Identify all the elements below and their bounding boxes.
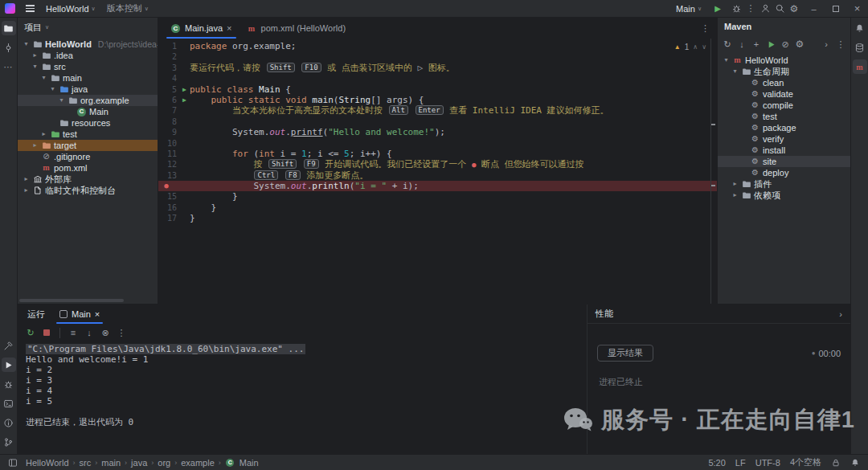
caret-position[interactable]: 5:20	[708, 458, 725, 468]
settings-icon[interactable]: ⚙	[793, 38, 806, 51]
project-icon[interactable]	[2, 21, 16, 35]
code-line[interactable]: 13 Ctrl F8 添加更多断点。	[158, 170, 717, 181]
run-button[interactable]: ▶	[708, 1, 727, 17]
maven-tree-item[interactable]: ⚙test	[718, 111, 850, 122]
debug-icon[interactable]	[2, 377, 16, 391]
code-line[interactable]: 7 当文本光标位于高亮显示的文本处时按 Alt Enter 查看 Intelli…	[158, 105, 717, 116]
chevron-down-icon[interactable]: ∨	[45, 24, 49, 31]
breadcrumb-item[interactable]: HelloWorld	[26, 458, 69, 468]
code-line[interactable]: 5▶public class Main {	[158, 84, 717, 95]
chevron-icon[interactable]: ›	[820, 38, 833, 51]
code-line-breakpoint[interactable]: ● System.out.println("i = " + i);	[158, 181, 717, 191]
settings-icon[interactable]: ⚙	[787, 2, 801, 16]
project-tree-item[interactable]: ▸target	[18, 140, 158, 151]
chevron-closed-icon[interactable]: ▸	[731, 178, 739, 190]
maven-tree-item[interactable]: ⚙install	[718, 145, 850, 156]
breadcrumb-item[interactable]: org	[158, 458, 170, 468]
breadcrumb-item[interactable]: example	[181, 458, 215, 468]
maven-tree-item[interactable]: ▾生命周期	[718, 66, 850, 77]
project-tree-item[interactable]: ▾main	[18, 72, 158, 84]
code-line[interactable]: 1package org.example;	[158, 41, 717, 51]
kebab-icon[interactable]: ⋮	[743, 2, 758, 16]
scroll-to-end-icon[interactable]: ↓	[83, 326, 96, 339]
code-line[interactable]: 11 for (int i = 1; i <= 5; i++) {	[158, 149, 717, 159]
code-line[interactable]: 15 }	[158, 191, 717, 202]
project-tree-item[interactable]: mpom.xml	[18, 162, 158, 174]
run-icon[interactable]	[2, 358, 16, 372]
project-tree-item[interactable]: ⊘.gitignore	[18, 151, 158, 162]
chevron-open-icon[interactable]: ▾	[58, 95, 65, 106]
chevron-open-icon[interactable]: ▾	[23, 39, 30, 50]
stop-icon[interactable]	[40, 326, 53, 339]
maven-tree-item[interactable]: ⚙site	[718, 156, 850, 167]
chevron-open-icon[interactable]: ▾	[49, 84, 56, 95]
run-tab-main[interactable]: Main ×	[55, 304, 104, 324]
maven-tree-item[interactable]: ⚙verify	[718, 133, 850, 145]
breadcrumb-item[interactable]: main	[101, 458, 121, 468]
user-icon[interactable]	[758, 2, 772, 16]
show-results-button[interactable]: 显示结果	[597, 345, 653, 362]
project-tree-item[interactable]: ▸外部库	[18, 174, 158, 185]
project-tree-item[interactable]: ▾org.example	[18, 95, 158, 106]
tab-options-icon[interactable]: ⋮	[694, 18, 717, 39]
breakpoint-icon[interactable]: ●	[158, 181, 179, 191]
run-config-widget[interactable]: Main ∨	[671, 2, 706, 15]
skip-tests-icon[interactable]: ⊘	[779, 38, 792, 51]
maximize-icon[interactable]	[825, 0, 846, 17]
maven-tree-item[interactable]: ⚙validate	[718, 88, 850, 100]
project-tree-item[interactable]: ▸.idea	[18, 50, 158, 61]
chevron-right-icon[interactable]: ›	[839, 309, 842, 319]
notifications-icon[interactable]	[853, 21, 867, 35]
clear-icon[interactable]: ⊗	[99, 326, 112, 339]
file-encoding[interactable]: UTF-8	[755, 458, 780, 468]
chevron-closed-icon[interactable]: ▸	[23, 185, 30, 196]
project-tree-item[interactable]: CMain	[18, 106, 158, 117]
soft-wrap-icon[interactable]: ≡	[67, 326, 80, 339]
database-icon[interactable]	[853, 40, 867, 55]
close-icon[interactable]: ×	[227, 23, 231, 33]
maven-tree-item[interactable]: ▸依赖项	[718, 190, 850, 201]
maven-tree-item[interactable]: ⚙compile	[718, 100, 850, 111]
rerun-icon[interactable]: ↻	[24, 326, 37, 339]
run-gutter-icon[interactable]: ▶	[179, 84, 190, 95]
chevron-open-icon[interactable]: ▾	[40, 72, 47, 84]
chevron-closed-icon[interactable]: ▸	[31, 50, 39, 61]
search-icon[interactable]	[772, 2, 787, 16]
problems-icon[interactable]	[2, 415, 16, 430]
code-line[interactable]: 10	[158, 138, 717, 149]
indent-style[interactable]: 4个空格	[790, 456, 821, 468]
debug-icon[interactable]	[729, 2, 743, 16]
chevron-closed-icon[interactable]: ▸	[731, 190, 739, 201]
more-icon[interactable]: ⋯	[2, 59, 16, 74]
terminal-icon[interactable]	[2, 396, 16, 411]
code-line[interactable]: 12 按 Shift F9 开始调试代码。我们已经设置了一个 ● 断点 但您始终…	[158, 159, 717, 170]
project-tree-item[interactable]: ▾HelloWorldD:\projects\idea-workspace-xx	[18, 39, 158, 50]
next-issue-icon[interactable]: ∨	[702, 43, 706, 51]
chevron-closed-icon[interactable]: ▸	[23, 174, 30, 185]
run-icon[interactable]	[764, 38, 777, 51]
code-editor[interactable]: 1package org.example;23要运行代码，请按 Shift F1…	[158, 39, 717, 304]
notifications-icon[interactable]	[850, 458, 860, 468]
project-widget[interactable]: HelloWorld ∨	[41, 2, 100, 15]
maven-tree-item[interactable]: ▸插件	[718, 178, 850, 190]
code-line[interactable]: 9 System.out.printf("Hello and welcome!"…	[158, 127, 717, 137]
download-sources-icon[interactable]: ↓	[735, 38, 748, 51]
close-icon[interactable]: ×	[95, 309, 100, 319]
maven-tree-item[interactable]: ⚙clean	[718, 77, 850, 88]
add-config-icon[interactable]: +	[750, 38, 763, 51]
code-line[interactable]: 16 }	[158, 202, 717, 213]
commit-icon[interactable]	[2, 40, 16, 55]
tab-main-java[interactable]: C Main.java ×	[163, 18, 240, 39]
chevron-open-icon[interactable]: ▾	[731, 66, 739, 77]
lock-icon[interactable]	[831, 458, 841, 468]
kebab-icon[interactable]: ⋮	[834, 38, 847, 51]
code-line[interactable]: 3要运行代码，请按 Shift F10 或 点击装订区域中的 ▷ 图标。	[158, 63, 717, 73]
chevron-open-icon[interactable]: ▾	[723, 55, 730, 66]
project-tree-item[interactable]: ▸临时文件和控制台	[18, 185, 158, 196]
code-line[interactable]: 2	[158, 51, 717, 62]
build-icon[interactable]	[2, 338, 16, 353]
breadcrumb-item[interactable]: java	[131, 458, 147, 468]
console-output[interactable]: "C:\Program Files\Java\jdk1.8.0_60\bin\j…	[18, 341, 587, 454]
code-line[interactable]: 6▶ public static void main(String[] args…	[158, 95, 717, 105]
chevron-open-icon[interactable]: ▾	[31, 61, 39, 72]
